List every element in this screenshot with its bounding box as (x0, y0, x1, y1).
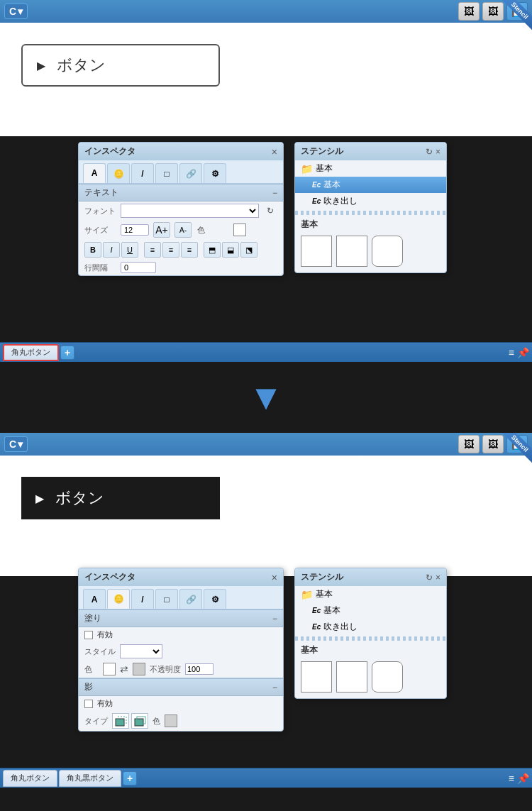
bottom-logo-dropdown: ▾ (18, 438, 23, 450)
size-increase-btn[interactable]: A+ (153, 222, 170, 238)
line-spacing-input[interactable] (121, 262, 156, 273)
font-row: フォント ↻ (79, 202, 283, 220)
top-button-text: ボタン (57, 55, 106, 76)
bottom-stencil-shapes-label: 基本 (295, 642, 446, 658)
opacity-input[interactable] (185, 663, 214, 675)
stencil-item-bubble[interactable]: Ec 吹き出し (295, 193, 446, 209)
stencil-divider (295, 211, 446, 215)
bottom-tab-bar: 角丸ボタン 角丸黒ボタン + ≡ 📌 (0, 768, 532, 788)
paint-color-label: 色 (84, 664, 99, 675)
top-header-bar: C ▾ 🖼 🖼 💾 (0, 0, 532, 23)
down-arrow-icon: ▼ (248, 380, 284, 415)
stencil-badge-label: Stencil (499, 0, 532, 32)
vert-mid-btn[interactable]: ⬓ (222, 242, 239, 258)
size-row: サイズ A+ A- 色 (79, 220, 283, 240)
style-select[interactable] (120, 644, 162, 658)
stencil-shapes-label: 基本 (295, 216, 446, 233)
stencil-folder-basic[interactable]: 📁 基本 (295, 160, 446, 177)
text-color-swatch[interactable] (233, 224, 246, 236)
tab-menu-icon[interactable]: ≡ (509, 347, 514, 358)
bottom-stencil-refresh-btn[interactable]: ↻ (426, 573, 433, 583)
text-section-collapse[interactable]: − (272, 188, 277, 198)
bottom-canvas-button[interactable]: ▶ ボタン (21, 477, 220, 519)
tab-fill[interactable]: 🪙 (107, 163, 130, 183)
bottom-stencil-badge-label: Stencil (499, 433, 532, 465)
vert-top-btn[interactable]: ⬒ (204, 242, 221, 258)
top-tab-bar: 角丸ボタン + ≡ 📌 (0, 342, 532, 362)
bottom-tab-menu-icon[interactable]: ≡ (509, 773, 514, 784)
bottom-logo[interactable]: C ▾ (4, 436, 28, 452)
align-right-btn[interactable]: ≡ (181, 242, 198, 258)
bottom-stencil-folder-basic[interactable]: 📁 基本 (295, 586, 446, 602)
paint-color-swatch2[interactable] (133, 663, 145, 675)
bottom-tab-add-btn[interactable]: + (123, 771, 137, 785)
shadow-type-btn1[interactable] (112, 713, 129, 729)
stencil-close-btn[interactable]: × (436, 147, 440, 157)
shadow-enabled-checkbox[interactable] (84, 700, 93, 708)
vert-bot-btn[interactable]: ⬔ (240, 242, 257, 258)
underline-btn[interactable]: U (121, 242, 138, 258)
paint-enabled-checkbox[interactable] (84, 631, 93, 639)
paint-section-label: 塗り (84, 612, 101, 624)
bottom-tab-text[interactable]: A (83, 589, 106, 609)
tab-rounded-button[interactable]: 角丸ボタン (3, 344, 59, 361)
tab-text[interactable]: A (83, 163, 106, 183)
top-inspector-tabs: A 🪙 / □ 🔗 ⚙ (79, 160, 283, 184)
align-left-btn[interactable]: ≡ (144, 242, 161, 258)
shadow-type-icons (112, 713, 148, 729)
shadow-section-collapse[interactable]: − (272, 683, 277, 693)
bottom-tab-fill[interactable]: 🪙 (107, 589, 130, 609)
bold-btn[interactable]: B (84, 242, 101, 258)
bottom-stencil-close-btn[interactable]: × (436, 573, 440, 583)
bottom-tab-pin-icon[interactable]: 📌 (517, 773, 529, 784)
swap-icon[interactable]: ⇄ (120, 663, 128, 675)
bottom-tab-settings[interactable]: ⚙ (204, 589, 226, 609)
bottom-shape-rect[interactable] (301, 661, 332, 693)
tab-shape[interactable]: □ (155, 163, 178, 183)
shadow-color-swatch[interactable] (165, 715, 177, 727)
bottom-shape-rounded[interactable] (372, 661, 403, 693)
bottom-tab-rounded-black-button[interactable]: 角丸黒ボタン (59, 770, 121, 787)
stencil-refresh-btn[interactable]: ↻ (426, 147, 433, 157)
bottom-folder-label: 基本 (316, 588, 333, 600)
bottom-inspector-tabs: A 🪙 / □ 🔗 ⚙ (79, 586, 283, 609)
bottom-photo-btn1[interactable]: 🖼 (458, 435, 480, 453)
top-canvas-button[interactable]: ▶ ボタン (21, 44, 220, 87)
font-refresh-btn[interactable]: ↻ (263, 204, 277, 218)
shape-rect[interactable] (301, 236, 332, 267)
tab-add-btn[interactable]: + (60, 346, 74, 360)
bottom-stencil-badge: Stencil (489, 433, 532, 475)
shadow-type-btn2[interactable] (131, 713, 148, 729)
paint-color-swatch[interactable] (103, 663, 116, 675)
top-inspector-close-btn[interactable]: × (272, 146, 277, 158)
top-stencil-badge: Stencil (489, 0, 532, 43)
font-select[interactable] (121, 204, 259, 218)
bottom-tab-rounded-button[interactable]: 角丸ボタン (3, 770, 57, 787)
align-center-btn[interactable]: ≡ (162, 242, 179, 258)
size-input[interactable] (121, 224, 149, 236)
stencil-item-basic[interactable]: Ec 基本 (295, 177, 446, 193)
bottom-shape-rect2[interactable] (336, 661, 367, 693)
paint-section-collapse[interactable]: − (272, 614, 277, 624)
tab-pin-icon[interactable]: 📌 (517, 347, 529, 358)
tab-settings[interactable]: ⚙ (204, 163, 226, 183)
shape-rect2[interactable] (336, 236, 367, 267)
italic-btn[interactable]: I (103, 242, 120, 258)
stencil-bubble-label: 吹き出し (323, 195, 358, 207)
bottom-stencil-item-bubble[interactable]: Ec 吹き出し (295, 619, 446, 635)
tab-stroke[interactable]: / (131, 163, 154, 183)
top-photo-btn1[interactable]: 🖼 (458, 2, 480, 21)
folder-label: 基本 (316, 162, 333, 175)
top-logo[interactable]: C ▾ (4, 4, 28, 19)
tab-link[interactable]: 🔗 (179, 163, 202, 183)
bottom-stencil-item-basic[interactable]: Ec 基本 (295, 602, 446, 619)
bottom-tab-shape[interactable]: □ (155, 589, 178, 609)
bottom-stencil-shapes-row (295, 658, 446, 698)
shape-rounded[interactable] (372, 236, 403, 267)
arrow-section: ▼ (0, 362, 532, 433)
size-decrease-btn[interactable]: A- (174, 222, 192, 238)
bottom-tab-stroke[interactable]: / (131, 589, 154, 609)
bottom-tab-link[interactable]: 🔗 (179, 589, 202, 609)
bottom-inspector-close-btn[interactable]: × (272, 572, 277, 583)
shadow-enabled-label: 有効 (97, 698, 113, 709)
